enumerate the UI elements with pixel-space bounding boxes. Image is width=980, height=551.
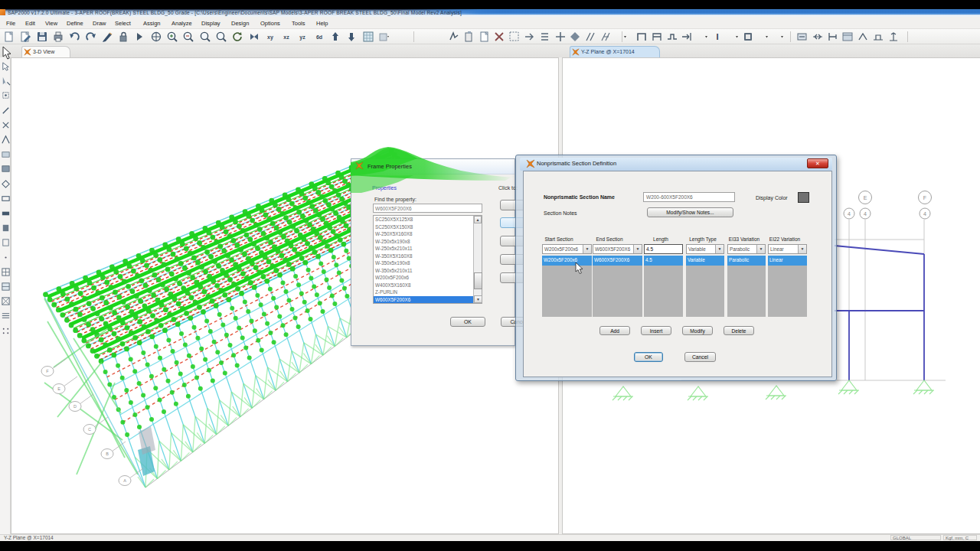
svg-text:xy: xy	[267, 34, 273, 41]
svg-text:6d: 6d	[316, 34, 322, 40]
svg-text:B: B	[106, 452, 109, 456]
svg-text:E: E	[864, 195, 867, 201]
svg-text:xz: xz	[283, 34, 289, 40]
svg-text:I: I	[716, 32, 718, 41]
svg-text:4: 4	[848, 211, 851, 217]
svg-text:F: F	[923, 195, 926, 201]
svg-text:C: C	[88, 427, 91, 432]
svg-text:A: A	[123, 478, 126, 483]
svg-text:E: E	[57, 386, 60, 391]
svg-text:D: D	[74, 404, 77, 409]
svg-text:4: 4	[923, 211, 926, 217]
svg-text:4: 4	[864, 211, 867, 217]
svg-text:yz: yz	[300, 34, 306, 41]
